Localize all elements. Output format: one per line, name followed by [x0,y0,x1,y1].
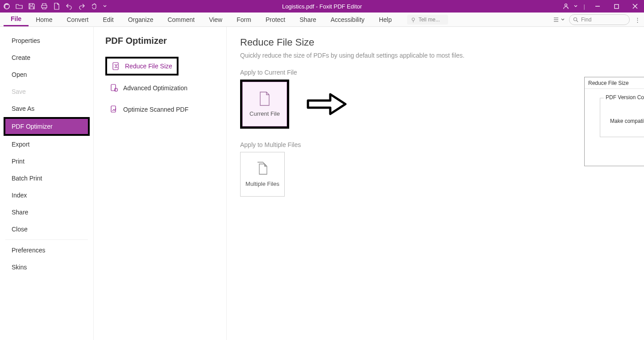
lightbulb-icon [411,17,416,22]
tile-multiple-files-label: Multiple Files [245,180,279,187]
dialog-title: Reduce File Size [588,80,629,86]
tab-edit[interactable]: Edit [96,13,121,26]
qat-dropdown-icon[interactable] [103,2,107,10]
ribbon-tabs: File Home Convert Edit Organize Comment … [0,13,644,27]
option-reduce-file-size[interactable]: Reduce File Size [107,59,177,74]
app-logo-icon [3,2,11,10]
tile-current-file-label: Current File [249,110,280,117]
annotation-highlight-current-file-tile: Current File [240,80,289,129]
svg-rect-6 [111,84,116,91]
svg-rect-8 [111,106,116,112]
window-title: Logistics.pdf - Foxit PDF Editor [282,3,362,10]
svg-rect-5 [113,63,118,70]
annotation-highlight-reduce-option: Reduce File Size [105,57,179,76]
annotation-highlight-sidebar: PDF Optimizer [4,117,90,136]
redo-icon[interactable] [78,2,86,10]
window-controls: | [560,2,641,11]
sidebar-item-create[interactable]: Create [0,49,93,66]
tab-form[interactable]: Form [229,13,258,26]
sidebar-item-batch-print[interactable]: Batch Print [0,170,93,187]
dialog-button-row: OK Cancel [600,137,644,160]
search-icon [573,17,578,22]
svg-point-4 [574,18,577,21]
user-account-icon[interactable] [560,2,572,11]
sidebar-item-open[interactable]: Open [0,66,93,83]
tab-view[interactable]: View [202,13,229,26]
sidebar-item-export[interactable]: Export [0,136,93,153]
title-bar: Logistics.pdf - Foxit PDF Editor | [0,0,644,13]
undo-icon[interactable] [65,2,73,10]
sidebar-item-save[interactable]: Save [0,83,93,100]
backstage-sidebar: Properties Create Open Save Save As PDF … [0,27,94,340]
sidebar-item-share[interactable]: Share [0,204,93,221]
compat-groupbox: PDF Version Compatibility Make compatibl… [600,98,644,137]
compat-field-label: Make compatible with: [610,118,644,124]
svg-point-3 [412,18,415,21]
apply-current-label: Apply to Current File [240,69,644,76]
tile-multiple-files[interactable]: Multiple Files [240,152,285,197]
document-icon [259,92,270,106]
open-folder-icon[interactable] [15,2,23,10]
scanned-pdf-icon [110,105,119,114]
maximize-button[interactable] [610,2,623,11]
apply-current-row: Current File [240,80,644,129]
sidebar-item-skins[interactable]: Skins [0,259,93,276]
option-optimize-scanned-pdf-label: Optimize Scanned PDF [123,106,188,113]
page-icon[interactable] [53,2,61,10]
sidebar-item-close[interactable]: Close [0,221,93,238]
account-dropdown-icon[interactable] [574,4,578,8]
ribbon-list-icon[interactable] [553,17,565,23]
divider: | [584,3,585,10]
optimizer-main-panel: Reduce File Size Quickly reduce the size… [227,27,644,340]
apply-multiple-row: Multiple Files [240,152,644,197]
compat-group-legend: PDF Version Compatibility [604,94,644,101]
tell-me-search[interactable]: Tell me... [407,15,448,25]
dialog-body: PDF Version Compatibility Make compatibl… [585,89,644,166]
svg-rect-2 [615,4,619,8]
ribbon-overflow-icon[interactable]: ⋮ [634,17,640,23]
advanced-opt-icon [110,84,119,92]
apply-multiple-label: Apply to Multiple Files [240,141,644,148]
find-input[interactable]: Find [569,14,630,25]
main-subtitle: Quickly reduce the size of PDFs by using… [240,52,644,59]
main-heading: Reduce File Size [240,37,644,48]
sidebar-item-save-as[interactable]: Save As [0,100,93,117]
arrow-right-icon [305,92,348,117]
optimizer-heading: PDF Optimizer [105,36,223,46]
sidebar-item-pdf-optimizer[interactable]: PDF Optimizer [5,119,88,134]
tab-accessibility[interactable]: Accessibility [324,13,372,26]
option-reduce-file-size-label: Reduce File Size [125,63,172,70]
hand-tool-icon[interactable] [90,2,98,10]
option-advanced-optimization-label: Advanced Optimization [123,84,187,92]
sidebar-item-index[interactable]: Index [0,187,93,204]
option-optimize-scanned-pdf[interactable]: Optimize Scanned PDF [105,101,223,118]
compress-icon [112,62,120,71]
quick-access-toolbar [3,2,107,10]
tile-current-file[interactable]: Current File [242,82,287,126]
tab-share[interactable]: Share [292,13,323,26]
tab-protect[interactable]: Protect [258,13,292,26]
option-advanced-optimization[interactable]: Advanced Optimization [105,79,223,97]
print-icon[interactable] [40,2,48,10]
backstage-view: Properties Create Open Save Save As PDF … [0,27,644,340]
sidebar-item-preferences[interactable]: Preferences [0,242,93,259]
tab-comment[interactable]: Comment [160,13,202,26]
dialog-titlebar: Reduce File Size [585,77,644,89]
svg-point-7 [115,88,118,92]
tab-file[interactable]: File [4,13,29,26]
close-window-button[interactable] [629,2,641,11]
sidebar-item-properties[interactable]: Properties [0,32,93,49]
tab-home[interactable]: Home [29,13,59,26]
tab-help[interactable]: Help [372,13,399,26]
svg-point-1 [565,4,567,6]
reduce-file-size-dialog: Reduce File Size PDF Version Compatibili… [584,77,644,166]
save-icon[interactable] [28,2,36,10]
tab-organize[interactable]: Organize [121,13,161,26]
minimize-button[interactable] [591,2,604,11]
tab-convert[interactable]: Convert [59,13,96,26]
sidebar-divider [5,239,88,240]
documents-stack-icon [256,162,269,176]
sidebar-item-print[interactable]: Print [0,153,93,170]
find-placeholder: Find [581,17,591,23]
optimizer-sublist-panel: PDF Optimizer Reduce File Size Adva [94,27,227,340]
